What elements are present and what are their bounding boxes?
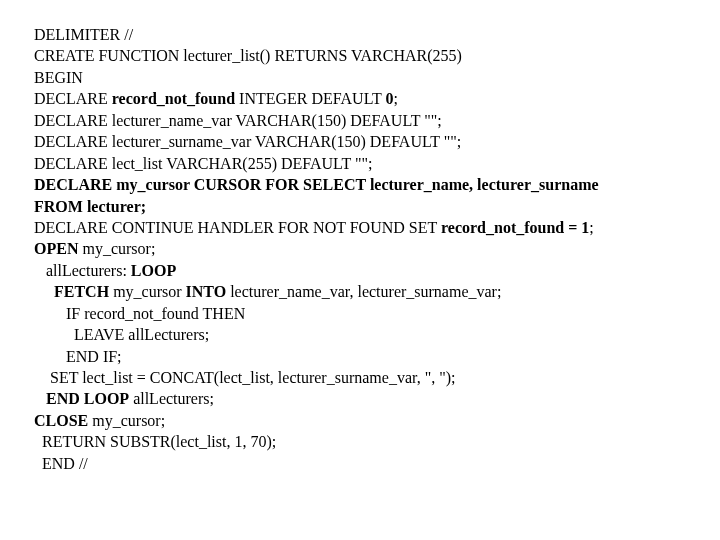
code-line: DECLARE CONTINUE HANDLER FOR NOT FOUND S…	[34, 217, 686, 238]
code-text: IF record_not_found THEN	[34, 305, 245, 322]
code-line: DECLARE lecturer_name_var VARCHAR(150) D…	[34, 110, 686, 131]
code-text: DECLARE	[34, 90, 112, 107]
code-bold: END LOOP	[46, 390, 129, 407]
code-text: my_cursor	[109, 283, 185, 300]
code-text: CREATE FUNCTION lecturer_list() RETURNS …	[34, 47, 462, 64]
code-line: END LOOP allLecturers;	[34, 388, 686, 409]
code-line: allLecturers: LOOP	[34, 260, 686, 281]
code-line: DECLARE my_cursor CURSOR FOR SELECT lect…	[34, 174, 686, 195]
code-text: DECLARE lecturer_name_var VARCHAR(150) D…	[34, 112, 442, 129]
code-text: DELIMITER //	[34, 26, 133, 43]
code-bold: FETCH	[54, 283, 109, 300]
code-line: LEAVE allLecturers;	[34, 324, 686, 345]
code-line: END //	[34, 453, 686, 474]
code-text: allLecturers;	[129, 390, 214, 407]
code-bold: FROM lecturer;	[34, 198, 146, 215]
code-line: BEGIN	[34, 67, 686, 88]
code-text: my_cursor;	[88, 412, 165, 429]
code-bold: INTO	[186, 283, 227, 300]
code-bold: record_not_found	[112, 90, 235, 107]
code-line: IF record_not_found THEN	[34, 303, 686, 324]
code-text: allLecturers:	[34, 262, 131, 279]
code-text: LEAVE allLecturers;	[34, 326, 209, 343]
code-text: my_cursor;	[78, 240, 155, 257]
code-line: SET lect_list = CONCAT(lect_list, lectur…	[34, 367, 686, 388]
code-text: lecturer_name_var, lecturer_surname_var;	[226, 283, 501, 300]
code-bold: CLOSE	[34, 412, 88, 429]
code-line: DECLARE record_not_found INTEGER DEFAULT…	[34, 88, 686, 109]
code-text: ;	[589, 219, 593, 236]
code-bold: record_not_found = 1	[441, 219, 589, 236]
code-text: RETURN SUBSTR(lect_list, 1, 70);	[34, 433, 276, 450]
code-line: FETCH my_cursor INTO lecturer_name_var, …	[34, 281, 686, 302]
code-bold: OPEN	[34, 240, 78, 257]
code-text: INTEGER DEFAULT	[235, 90, 385, 107]
code-text: END //	[34, 455, 88, 472]
code-line: DECLARE lecturer_surname_var VARCHAR(150…	[34, 131, 686, 152]
code-text: DECLARE lect_list VARCHAR(255) DEFAULT "…	[34, 155, 372, 172]
code-line: OPEN my_cursor;	[34, 238, 686, 259]
code-line: CREATE FUNCTION lecturer_list() RETURNS …	[34, 45, 686, 66]
code-line: DECLARE lect_list VARCHAR(255) DEFAULT "…	[34, 153, 686, 174]
code-bold: LOOP	[131, 262, 176, 279]
code-line: RETURN SUBSTR(lect_list, 1, 70);	[34, 431, 686, 452]
code-text: BEGIN	[34, 69, 83, 86]
code-line: END IF;	[34, 346, 686, 367]
code-text	[34, 283, 54, 300]
code-text: ;	[393, 90, 397, 107]
code-text: DECLARE CONTINUE HANDLER FOR NOT FOUND S…	[34, 219, 441, 236]
code-line: DELIMITER //	[34, 24, 686, 45]
code-text: END IF;	[34, 348, 122, 365]
code-text	[34, 390, 46, 407]
code-line: FROM lecturer;	[34, 196, 686, 217]
code-line: CLOSE my_cursor;	[34, 410, 686, 431]
code-bold: DECLARE my_cursor CURSOR FOR SELECT lect…	[34, 176, 599, 193]
code-text: SET lect_list = CONCAT(lect_list, lectur…	[34, 369, 456, 386]
code-text: DECLARE lecturer_surname_var VARCHAR(150…	[34, 133, 461, 150]
code-page: DELIMITER // CREATE FUNCTION lecturer_li…	[0, 0, 720, 498]
